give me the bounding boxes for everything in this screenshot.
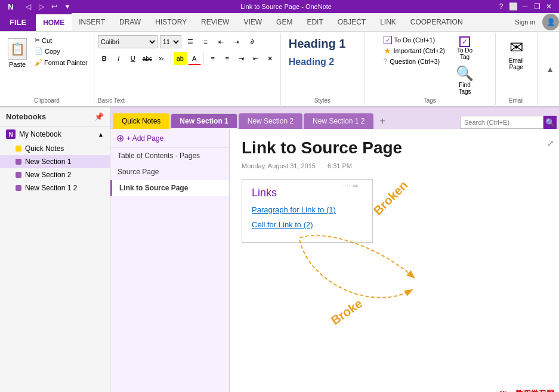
notebooks-pin[interactable]: 📌 <box>94 112 104 121</box>
right-panel: Quick Notes New Section 1 New Section 2 … <box>110 107 559 392</box>
tab-new-section2[interactable]: New Section 2 <box>239 113 302 129</box>
tab-object[interactable]: OBJECT <box>331 13 373 31</box>
font-selector[interactable]: Calibri <box>98 35 157 48</box>
ribbon: FILE HOME INSERT DRAW HISTORY REVIEW VIE… <box>0 13 559 107</box>
size-selector[interactable]: 11 <box>160 35 181 48</box>
highlight-btn[interactable]: ab <box>174 52 187 65</box>
cut-label: Cut <box>42 37 52 44</box>
add-section-btn[interactable]: + <box>375 113 390 129</box>
todo-tag[interactable]: To Do (Ctrl+1) <box>382 35 447 45</box>
list-numbers-btn[interactable]: ≡ <box>199 35 212 48</box>
section-tabs-bar: Quick Notes New Section 1 New Section 2 … <box>110 107 559 129</box>
undo-btn[interactable]: ↩ <box>49 1 60 12</box>
sign-in-area[interactable]: Sign in 👤 <box>510 13 559 31</box>
paste-label: Paste <box>9 61 26 68</box>
heading1-btn[interactable]: Heading 1 <box>285 35 350 53</box>
todo-tag-btn[interactable]: ✓ To DoTag <box>452 35 477 61</box>
tab-new-section12[interactable]: New Section 1 2 <box>304 113 373 129</box>
box-expand[interactable]: ⇔ <box>353 182 358 190</box>
increase-indent-btn[interactable]: ⇥ <box>230 35 243 48</box>
tab-review[interactable]: REVIEW <box>194 13 236 31</box>
section-quick-notes[interactable]: Quick Notes <box>0 142 110 155</box>
find-tags-btn[interactable]: 🔍 FindTags <box>452 64 477 96</box>
align-left-btn[interactable]: ≡ <box>206 52 220 65</box>
section-new-section1[interactable]: New Section 1 <box>0 155 110 168</box>
section-new-section2[interactable]: New Section 2 <box>0 168 110 181</box>
ribbon-collapse-btn[interactable]: ▲ <box>546 64 554 74</box>
outdent-btn[interactable]: ⇤ <box>249 52 262 65</box>
window-title: Link to Source Page - OneNote <box>76 3 496 10</box>
style-dropdown-btn[interactable]: ∂ <box>246 35 259 48</box>
qat-dropdown[interactable]: ▾ <box>62 1 73 12</box>
email-group: ✉ EmailPage Email <box>496 33 538 105</box>
note-date: Monday, August 31, 2015 <box>242 162 316 169</box>
tab-gem[interactable]: GEM <box>269 13 299 31</box>
format-painter-button[interactable]: 🖌 Format Painter <box>32 57 90 68</box>
cut-icon: ✂ <box>35 36 40 44</box>
decrease-indent-btn[interactable]: ⇤ <box>215 35 228 48</box>
tab-insert[interactable]: INSERT <box>72 13 112 31</box>
email-page-btn[interactable]: ✉ EmailPage <box>507 35 526 73</box>
notebook-collapse-icon[interactable]: ▲ <box>98 131 104 138</box>
link1[interactable]: Paragraph for Link to (1) <box>252 205 363 214</box>
my-notebook-item[interactable]: N My Notebook ▲ <box>0 126 110 142</box>
tab-new-section1[interactable]: New Section 1 <box>171 113 237 129</box>
list-bullets-btn[interactable]: ☰ <box>184 35 197 48</box>
notebooks-panel: Notebooks 📌 N My Notebook ▲ Quick Notes … <box>0 107 110 392</box>
tab-quick-notes[interactable]: Quick Notes <box>113 113 169 129</box>
heading2-btn[interactable]: Heading 2 <box>285 55 338 69</box>
page-toc[interactable]: Table of Contents - Pages <box>110 148 229 164</box>
tab-home[interactable]: HOME <box>36 13 72 31</box>
underline-btn[interactable]: U <box>126 52 140 65</box>
tab-link[interactable]: LINK <box>373 13 403 31</box>
strikethrough-btn[interactable]: abc <box>141 52 154 65</box>
tab-history[interactable]: HISTORY <box>148 13 194 31</box>
copy-label: Copy <box>45 48 60 55</box>
clear-formatting-btn[interactable]: ✕ <box>264 52 277 65</box>
font-color-btn[interactable]: A <box>188 52 201 65</box>
tab-edit[interactable]: EDIT <box>299 13 330 31</box>
minimize-btn[interactable]: ─ <box>520 1 530 12</box>
add-page-btn[interactable]: ⊕ + Add Page <box>110 129 229 148</box>
note-meta: Monday, August 31, 2015 6:31 PM <box>242 162 547 169</box>
quick-access-toolbar: ◁ ▷ ↩ ▾ <box>19 1 76 12</box>
align-right-btn[interactable]: ≡ <box>221 52 234 65</box>
section-new-section12[interactable]: New Section 1 2 <box>0 181 110 195</box>
page-link-source[interactable]: Link to Source Page <box>110 180 229 196</box>
notebooks-title: Notebooks <box>6 112 46 121</box>
pages-panel: ⊕ + Add Page Table of Contents - Pages S… <box>110 129 230 392</box>
copy-button[interactable]: 📄 Copy <box>32 46 90 56</box>
important-tag[interactable]: ★ Important (Ctrl+2) <box>382 45 447 56</box>
divider1 <box>171 53 171 64</box>
search-button[interactable]: 🔍 <box>543 116 557 129</box>
title-bar-left: N ◁ ▷ ↩ ▾ <box>5 1 76 13</box>
note-area: Link to Source Page Monday, August 31, 2… <box>230 129 559 392</box>
tab-draw[interactable]: DRAW <box>112 13 148 31</box>
search-input[interactable] <box>460 116 543 129</box>
tab-view[interactable]: VIEW <box>236 13 269 31</box>
sign-in-link[interactable]: Sign in <box>510 18 540 26</box>
bold-btn[interactable]: B <box>98 52 111 65</box>
file-tab[interactable]: FILE <box>0 13 36 31</box>
arrow2 <box>299 240 411 298</box>
link2[interactable]: Cell for Link to (2) <box>252 220 363 229</box>
tab-cooperation[interactable]: COOPERATION <box>403 13 470 31</box>
tags-content: To Do (Ctrl+1) ★ Important (Ctrl+2) ? Qu… <box>382 35 478 96</box>
expand-btn[interactable]: ⤢ <box>547 138 554 148</box>
page-source[interactable]: Source Page <box>110 164 229 180</box>
clipboard-label: Clipboard <box>34 97 60 104</box>
forward-btn[interactable]: ▷ <box>36 1 47 12</box>
indent-btn[interactable]: ⇥ <box>235 52 248 65</box>
restore-down-btn[interactable]: ⬜ <box>508 1 518 12</box>
italic-btn[interactable]: I <box>112 52 125 65</box>
subscript-btn[interactable]: x₂ <box>155 52 168 65</box>
onenote-icon: N <box>5 1 17 13</box>
email-page-label: EmailPage <box>509 57 524 70</box>
cut-button[interactable]: ✂ Cut <box>32 35 90 45</box>
back-btn[interactable]: ◁ <box>23 1 33 12</box>
paste-button[interactable]: 📋 Paste <box>4 35 31 71</box>
restore-btn[interactable]: ❐ <box>532 1 542 12</box>
question-tag[interactable]: ? Question (Ctrl+3) <box>382 57 447 66</box>
close-btn[interactable]: ✕ <box>543 1 554 12</box>
help-button[interactable]: ? <box>496 1 507 12</box>
